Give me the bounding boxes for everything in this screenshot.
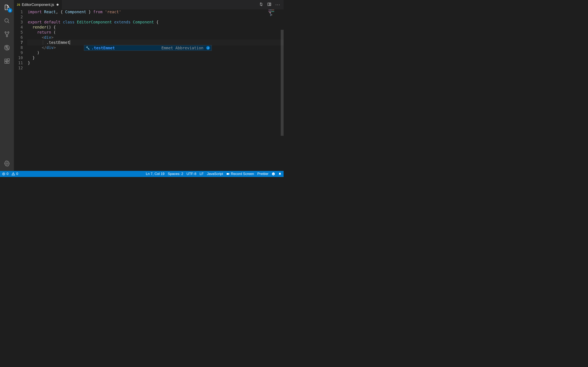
svg-point-13: [6, 163, 8, 164]
js-file-icon: JS: [17, 3, 20, 6]
svg-rect-10: [5, 61, 7, 63]
svg-point-7: [7, 46, 7, 47]
status-encoding[interactable]: UTF-8: [186, 172, 196, 176]
status-errors[interactable]: 0: [2, 172, 8, 176]
svg-point-21: [13, 175, 14, 175]
editor-actions: ···: [259, 0, 284, 9]
suggest-widget[interactable]: 🔧 .testEmmet Emmet Abbreviation i: [84, 45, 212, 51]
svg-line-1: [8, 22, 9, 23]
status-bar: 0 0 Ln 7, Col 19 Spaces: 2 UTF-8 LF Java…: [0, 171, 284, 177]
svg-point-23: [272, 173, 275, 175]
status-record-screen[interactable]: Record Screen: [226, 172, 254, 176]
svg-point-25: [274, 173, 274, 174]
split-editor-icon[interactable]: [267, 2, 271, 7]
tab-filename: EditorComponent.js: [22, 3, 54, 7]
svg-point-24: [273, 173, 273, 174]
more-actions-icon[interactable]: ···: [276, 2, 280, 7]
settings-gear-icon[interactable]: [2, 159, 12, 168]
activity-bar: 1: [0, 0, 14, 171]
code-area[interactable]: import React, { Component } from 'react'…: [28, 9, 284, 171]
scrollbar-vertical[interactable]: [281, 9, 284, 171]
tabs-bar: JS EditorComponent.js: [14, 0, 284, 9]
extensions-icon[interactable]: [2, 56, 12, 66]
search-icon[interactable]: [2, 16, 12, 26]
svg-rect-12: [8, 59, 9, 60]
svg-point-0: [5, 18, 8, 22]
source-control-icon[interactable]: [2, 29, 12, 39]
status-warnings[interactable]: 0: [12, 172, 18, 176]
text-cursor: [70, 40, 70, 45]
status-language[interactable]: JavaScript: [207, 172, 223, 176]
tab-dirty-indicator: [57, 4, 59, 6]
svg-rect-22: [227, 173, 229, 175]
status-eol[interactable]: LF: [200, 172, 204, 176]
compare-changes-icon[interactable]: [259, 2, 263, 7]
info-icon[interactable]: i: [206, 46, 210, 50]
line-numbers: 1 2 3 4 5 6 7 8 9 10 11 12: [14, 9, 28, 171]
status-line-col[interactable]: Ln 7, Col 19: [146, 172, 164, 176]
explorer-icon[interactable]: 1: [2, 2, 12, 12]
status-prettier[interactable]: Prettier: [257, 172, 268, 176]
tab-editorcomponent[interactable]: JS EditorComponent.js: [14, 0, 62, 9]
suggest-item[interactable]: 🔧 .testEmmet Emmet Abbreviation i: [84, 45, 212, 50]
svg-point-3: [8, 32, 9, 33]
svg-point-2: [5, 32, 6, 33]
status-bell-icon[interactable]: [278, 172, 282, 175]
explorer-badge: 1: [8, 8, 12, 13]
suggest-description: Emmet Abbreviation: [161, 45, 203, 50]
minimap[interactable]: [268, 10, 281, 16]
svg-rect-9: [5, 59, 7, 61]
editor-content[interactable]: 1 2 3 4 5 6 7 8 9 10 11 12 import React,…: [14, 9, 284, 171]
svg-point-4: [6, 35, 8, 37]
scrollbar-thumb[interactable]: [281, 30, 284, 136]
status-indentation[interactable]: Spaces: 2: [168, 172, 183, 176]
svg-rect-16: [269, 3, 271, 6]
wrench-icon: 🔧: [86, 45, 90, 50]
debug-icon[interactable]: [2, 43, 12, 53]
suggest-label: .testEmmet: [91, 45, 115, 50]
editor: JS EditorComponent.js: [14, 0, 284, 171]
status-feedback-icon[interactable]: [272, 172, 275, 175]
svg-rect-11: [7, 61, 9, 63]
